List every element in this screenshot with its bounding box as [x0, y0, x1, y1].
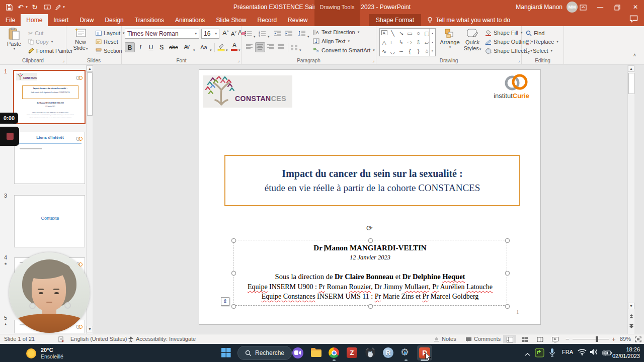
tell-me-box[interactable]: Tell me what you want to do: [421, 14, 516, 26]
main-scrollbar-thumb[interactable]: [628, 73, 634, 94]
main-scrollbar[interactable]: ▲ ▼: [627, 64, 634, 334]
font-color-button[interactable]: A: [230, 42, 238, 51]
tab-record[interactable]: Record: [252, 14, 282, 26]
thumbnail-slide-2[interactable]: Liens d'intérêt: [14, 132, 85, 184]
comments-button[interactable]: Comments: [474, 334, 501, 344]
shape-curve-icon[interactable]: ∼: [397, 47, 406, 56]
shape-gallery[interactable]: A ╲ ↘ ▭ ○ ▢ △ ∟ ↳ ⇨ ⇩ ▱ ∿ ◡ ∼ { } ☆: [379, 28, 436, 56]
minimize-button[interactable]: —: [592, 0, 609, 14]
tab-transitions[interactable]: Transitions: [129, 14, 170, 26]
tray-chevron-icon[interactable]: [525, 349, 530, 358]
select-button[interactable]: Select: [526, 47, 552, 55]
highlight-color-button[interactable]: [217, 43, 225, 52]
numbering-icon[interactable]: 123: [259, 30, 266, 39]
main-scroll-up-icon[interactable]: ▲: [628, 65, 634, 72]
columns-icon[interactable]: [291, 44, 298, 53]
shape-gallery-scroll[interactable]: ▴▾≡: [429, 29, 435, 56]
zoom-level[interactable]: 89%: [620, 334, 631, 344]
align-left-button[interactable]: [245, 42, 255, 52]
highlight-caret-icon[interactable]: [225, 44, 228, 53]
settings-gear-icon[interactable]: ⚙: [400, 346, 409, 358]
view-slide-sorter-button[interactable]: [518, 335, 531, 343]
align-right-button[interactable]: [266, 42, 276, 52]
case-caret-icon[interactable]: [209, 44, 212, 53]
shape-arc-icon[interactable]: ◡: [388, 47, 397, 56]
shape-right-brace-icon[interactable]: }: [414, 47, 423, 56]
panel-scroll-up-icon[interactable]: ▲: [87, 65, 93, 72]
collapse-ribbon-icon[interactable]: ∧: [633, 52, 636, 57]
restore-button[interactable]: [609, 0, 626, 14]
view-reading-button[interactable]: [533, 335, 546, 343]
zoom-slider-thumb[interactable]: [596, 336, 598, 342]
volume-icon[interactable]: [590, 348, 598, 357]
justify-button[interactable]: [276, 42, 286, 52]
shape-triangle-icon[interactable]: △: [380, 38, 388, 47]
shape-rectangle-icon[interactable]: ▭: [406, 29, 414, 38]
handle-mid-left[interactable]: [231, 271, 236, 276]
font-family-combo[interactable]: Times New Roman: [125, 29, 199, 39]
handle-top-right[interactable]: [505, 238, 510, 243]
microphone-tray-icon[interactable]: [549, 348, 555, 359]
tab-insert[interactable]: Insert: [48, 14, 74, 26]
panel-scroll-down-icon[interactable]: ▼: [87, 326, 93, 332]
convert-smartart-button[interactable]: Convert to SmartArt: [313, 46, 375, 54]
bullets-caret-icon[interactable]: [253, 31, 256, 40]
weather-widget[interactable]: 20°C Ensoleillé: [26, 347, 63, 359]
previous-slide-button[interactable]: [628, 312, 634, 321]
tab-animations[interactable]: Animations: [170, 14, 210, 26]
thumbnail-slide-3[interactable]: Contexte: [14, 195, 85, 247]
video-app-icon[interactable]: [292, 347, 303, 360]
clock-widget[interactable]: 18:26 02/01/2023: [612, 346, 640, 359]
zoom-in-button[interactable]: +: [612, 334, 616, 344]
shape-line-icon[interactable]: ╲: [388, 29, 397, 38]
text-direction-button[interactable]: A Text Direction: [313, 28, 359, 36]
tab-slide-show[interactable]: Slide Show: [210, 14, 252, 26]
replace-button[interactable]: abac Replace: [526, 38, 558, 46]
strikethrough-button[interactable]: abc: [167, 42, 180, 52]
text-shadow-button[interactable]: S: [156, 42, 167, 52]
decrease-indent-icon[interactable]: [274, 30, 282, 39]
line-spacing-caret-icon[interactable]: [307, 31, 309, 40]
panel-scrollbar-thumb[interactable]: [87, 72, 93, 116]
tab-shape-format[interactable]: Shape Format: [369, 14, 421, 26]
screen-recorder-tray-icon[interactable]: [535, 348, 544, 359]
author-text-box[interactable]: Dr Manon MANGIARDI-VELTIN 12 Janvier 202…: [233, 240, 507, 306]
find-button[interactable]: Find: [526, 29, 544, 37]
cut-button[interactable]: ✂ Cut: [28, 29, 43, 37]
underline-button[interactable]: U: [146, 42, 156, 52]
paste-button[interactable]: Paste: [4, 28, 24, 51]
tab-design[interactable]: Design: [99, 14, 129, 26]
next-slide-button[interactable]: [628, 322, 634, 331]
webcam-overlay[interactable]: [9, 252, 90, 333]
copy-button[interactable]: Copy: [28, 38, 53, 46]
shape-oval-icon[interactable]: ○: [414, 29, 423, 38]
shape-elbow-arrow-icon[interactable]: ↳: [397, 38, 406, 47]
mascot-app-icon[interactable]: [364, 347, 376, 360]
increase-indent-icon[interactable]: [285, 30, 293, 39]
character-spacing-button[interactable]: AV: [181, 42, 192, 52]
line-spacing-icon[interactable]: [298, 30, 306, 39]
rotate-handle-icon[interactable]: ⟳: [366, 224, 373, 233]
slide-canvas[interactable]: CONSTANCES institutCurie Impact du cance…: [199, 69, 541, 325]
font-color-caret-icon[interactable]: [238, 44, 240, 53]
change-case-button[interactable]: Aa: [198, 42, 209, 52]
shape-down-arrow-icon[interactable]: ⇩: [414, 38, 423, 47]
shrink-font-icon[interactable]: A˅: [231, 30, 236, 37]
handle-top-left[interactable]: [231, 238, 236, 243]
shape-right-arrow-icon[interactable]: ⇨: [406, 38, 414, 47]
font-dialog-launcher[interactable]: ⌟: [237, 58, 239, 63]
zoom-slider-track[interactable]: [573, 339, 609, 339]
bullets-icon[interactable]: [245, 30, 252, 39]
share-comment-icon[interactable]: [629, 15, 638, 25]
handle-bottom-center[interactable]: [368, 304, 373, 309]
autofit-options-button[interactable]: ⇕: [221, 297, 229, 306]
align-center-button[interactable]: [255, 42, 265, 52]
z-app-icon[interactable]: Z: [347, 347, 357, 358]
arrange-button[interactable]: Arrange: [439, 28, 461, 49]
start-button[interactable]: [221, 348, 231, 359]
columns-caret-icon[interactable]: [299, 44, 301, 53]
shape-scribble-icon[interactable]: ∿: [380, 47, 388, 56]
font-size-combo[interactable]: 16: [201, 29, 219, 39]
view-normal-button[interactable]: [503, 335, 516, 343]
tab-home[interactable]: Home: [21, 14, 48, 26]
